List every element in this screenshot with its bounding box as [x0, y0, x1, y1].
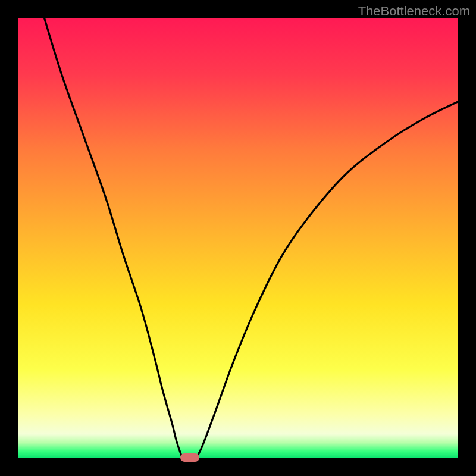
chart-frame: TheBottleneck.com — [0, 0, 476, 476]
left-branch-curve — [44, 18, 183, 458]
attribution-text: TheBottleneck.com — [358, 4, 470, 19]
minimum-marker — [180, 453, 199, 462]
plot-area — [18, 18, 458, 458]
right-branch-curve — [196, 102, 458, 458]
curve-layer — [18, 18, 458, 458]
